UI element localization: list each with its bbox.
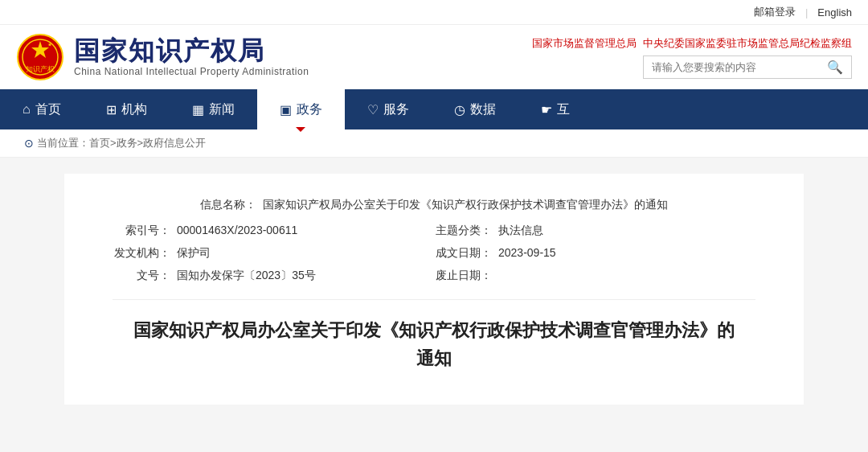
docnum-value: 国知办发保字〔2023〕35号	[177, 269, 434, 283]
nav-item-affairs[interactable]: ▣ 政务	[257, 89, 345, 129]
subject-value: 执法信息	[498, 224, 755, 238]
nav-bar: ⌂ 首页 ⊞ 机构 ▦ 新闻 ▣ 政务 ♡ 服务 ◷ 数据 ☛ 互	[0, 89, 868, 129]
header-links: 国家市场监督管理总局 中央纪委国家监委驻市场监管总局纪检监察组	[532, 36, 852, 51]
nav-label-data: 数据	[470, 101, 496, 118]
info-col-docnum: 文号： 国知办发保字〔2023〕35号	[113, 269, 434, 283]
breadcrumb-icon: ⊙	[24, 137, 34, 150]
info-col-date: 成文日期： 2023-09-15	[434, 246, 755, 261]
doc-title-line2: 通知	[113, 344, 755, 372]
top-bar: 邮箱登录 | English	[0, 0, 868, 25]
affairs-icon: ▣	[280, 102, 292, 117]
divider: |	[805, 6, 808, 18]
logo-emblem: 知识产权	[16, 33, 64, 81]
nav-item-home[interactable]: ⌂ 首页	[0, 89, 84, 129]
header-right: 国家市场监督管理总局 中央纪委国家监委驻市场监管总局纪检监察组 🔍	[532, 36, 852, 79]
mail-login-link[interactable]: 邮箱登录	[754, 5, 796, 19]
service-icon: ♡	[367, 102, 379, 117]
info-col-expire: 废止日期：	[434, 269, 755, 283]
home-icon: ⌂	[23, 102, 31, 117]
news-icon: ▦	[192, 102, 204, 117]
english-link[interactable]: English	[817, 6, 852, 18]
docnum-label: 文号：	[113, 269, 177, 283]
info-col-subject: 主题分类： 执法信息	[434, 224, 755, 238]
search-box: 🔍	[643, 55, 852, 79]
logo-area: 知识产权 国家知识产权局 China National Intellectual…	[16, 33, 309, 81]
org-value: 保护司	[177, 246, 434, 261]
index-value: 00001463X/2023-00611	[177, 224, 434, 236]
divider-line	[113, 299, 755, 300]
doc-main-title: 国家知识产权局办公室关于印发《知识产权行政保护技术调查官管理办法》的 通知	[113, 316, 755, 372]
nav-item-service[interactable]: ♡ 服务	[345, 89, 432, 129]
nav-item-inter[interactable]: ☛ 互	[518, 89, 592, 129]
logo-chinese: 国家知识产权局	[74, 37, 309, 65]
index-label: 索引号：	[113, 224, 177, 238]
date-value: 2023-09-15	[498, 246, 755, 259]
header: 知识产权 国家知识产权局 China National Intellectual…	[0, 25, 868, 89]
info-col-index: 索引号： 00001463X/2023-00611	[113, 224, 434, 238]
link-supervision[interactable]: 中央纪委国家监委驻市场监管总局纪检监察组	[643, 36, 852, 51]
info-row-org-date: 发文机构： 保护司 成文日期： 2023-09-15	[113, 246, 755, 261]
search-icon[interactable]: 🔍	[827, 60, 843, 75]
nav-label-affairs: 政务	[297, 101, 322, 118]
nav-label-org: 机构	[121, 101, 147, 118]
breadcrumb-bar: ⊙ 当前位置：首页>政务>政府信息公开	[0, 129, 868, 158]
date-label: 成文日期：	[434, 246, 498, 261]
svg-text:知识产权: 知识产权	[26, 65, 55, 73]
title-label: 信息名称：	[200, 198, 263, 212]
nav-label-home: 首页	[35, 101, 61, 118]
nav-label-service: 服务	[383, 101, 409, 118]
search-input[interactable]	[652, 61, 827, 73]
info-title-row: 信息名称： 国家知识产权局办公室关于印发《知识产权行政保护技术调查官管理办法》的…	[113, 198, 755, 212]
subject-label: 主题分类：	[434, 224, 498, 238]
breadcrumb-text: 当前位置：首页>政务>政府信息公开	[37, 136, 206, 150]
inter-icon: ☛	[541, 102, 552, 117]
logo-english-text: China National Intellectual Property Adm…	[74, 66, 309, 77]
doc-title-line1: 国家知识产权局办公室关于印发《知识产权行政保护技术调查官管理办法》的	[113, 316, 755, 344]
data-icon: ◷	[454, 102, 465, 117]
link-market-admin[interactable]: 国家市场监督管理总局	[532, 36, 637, 51]
nav-item-news[interactable]: ▦ 新闻	[170, 89, 257, 129]
document-card: 信息名称： 国家知识产权局办公室关于印发《知识产权行政保护技术调查官管理办法》的…	[64, 174, 804, 405]
nav-label-inter: 互	[557, 101, 570, 118]
logo-text: 国家知识产权局 China National Intellectual Prop…	[74, 37, 309, 76]
expire-label: 废止日期：	[434, 269, 498, 283]
nav-label-news: 新闻	[209, 101, 235, 118]
org-icon: ⊞	[106, 102, 117, 117]
title-value: 国家知识产权局办公室关于印发《知识产权行政保护技术调查官管理办法》的通知	[263, 198, 668, 212]
info-row-docnum-expire: 文号： 国知办发保字〔2023〕35号 废止日期：	[113, 269, 755, 283]
info-col-org: 发文机构： 保护司	[113, 246, 434, 261]
org-label: 发文机构：	[113, 246, 177, 261]
nav-item-org[interactable]: ⊞ 机构	[84, 89, 170, 129]
content-area: 信息名称： 国家知识产权局办公室关于印发《知识产权行政保护技术调查官管理办法》的…	[0, 158, 868, 437]
info-row-index-subject: 索引号： 00001463X/2023-00611 主题分类： 执法信息	[113, 224, 755, 238]
nav-item-data[interactable]: ◷ 数据	[432, 89, 518, 129]
